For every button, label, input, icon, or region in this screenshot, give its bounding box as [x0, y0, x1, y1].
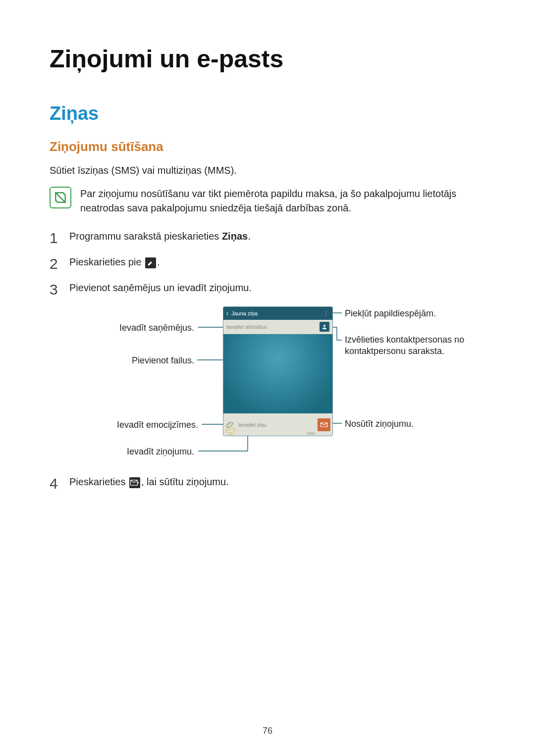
callout-contacts: Izvēlieties kontaktpersonas no kontaktpe… [345, 334, 483, 357]
callout-recipients: Ievadīt saņēmējus. [119, 322, 194, 334]
back-icon[interactable]: ‹ [226, 310, 228, 317]
intro-text: Sūtiet īsziņas (SMS) vai multiziņas (MMS… [50, 163, 485, 178]
note-icon [50, 187, 71, 208]
phone-header-title: Jauna ziņa [231, 310, 321, 316]
phone-body [223, 334, 332, 413]
send-envelope-icon [129, 477, 140, 488]
step-2-post: . [157, 256, 160, 267]
recipient-row: Ievadiet adresātus [223, 320, 332, 334]
note-text: Par ziņojumu nosūtīšanu var tikt piemēro… [80, 187, 485, 215]
step-4: Pieskarieties , lai sūtītu ziņojumu. [50, 475, 485, 490]
emoji-icon[interactable] [226, 426, 235, 435]
callout-options: Piekļūt papildiespējām. [345, 308, 436, 319]
compose-icon [145, 257, 156, 268]
svg-point-11 [323, 325, 325, 327]
phone-bottom: Ievadiet ziņu 160/1 [223, 413, 332, 436]
subsection-heading: Ziņojumu sūtīšana [50, 139, 485, 154]
callout-send: Nosūtīt ziņojumu. [345, 418, 414, 430]
compose-diagram: Ievadīt saņēmējus. Pievienot failus. Iev… [50, 306, 485, 460]
contacts-icon[interactable] [320, 322, 329, 332]
char-counter: 160/1 [307, 432, 316, 435]
step-3: Pievienot saņēmējus un ievadīt ziņojumu. [50, 281, 485, 296]
phone-mock: ‹ Jauna ziņa ⋮ Ievadiet adresātus Ievadi… [223, 306, 333, 436]
page-title: Ziņojumi un e-pasts [50, 45, 485, 73]
page-number: 76 [0, 726, 535, 736]
step-1-bold: Ziņas [222, 231, 248, 242]
callout-attach: Pievienot failus. [132, 355, 194, 366]
step-4-pre: Pieskarieties [69, 476, 128, 487]
step-1-pre: Programmu sarakstā pieskarieties [69, 231, 222, 242]
phone-header: ‹ Jauna ziņa ⋮ [223, 307, 332, 320]
message-input[interactable]: Ievadiet ziņu [236, 422, 316, 428]
step-2: Pieskarieties pie . [50, 255, 485, 270]
section-heading: Ziņas [50, 103, 485, 124]
recipient-input[interactable]: Ievadiet adresātus [226, 324, 320, 330]
callout-message: Ievadīt ziņojumu. [127, 446, 194, 457]
menu-icon[interactable]: ⋮ [323, 310, 329, 317]
step-4-post: , lai sūtītu ziņojumu. [141, 476, 229, 487]
step-1-post: . [248, 231, 251, 242]
note-block: Par ziņojumu nosūtīšanu var tikt piemēro… [50, 187, 485, 215]
step-2-pre: Pieskarieties pie [69, 256, 144, 267]
step-1: Programmu sarakstā pieskarieties Ziņas. [50, 229, 485, 244]
send-icon[interactable] [318, 418, 330, 431]
callout-emoji: Ievadīt emocijzīmes. [117, 419, 198, 431]
